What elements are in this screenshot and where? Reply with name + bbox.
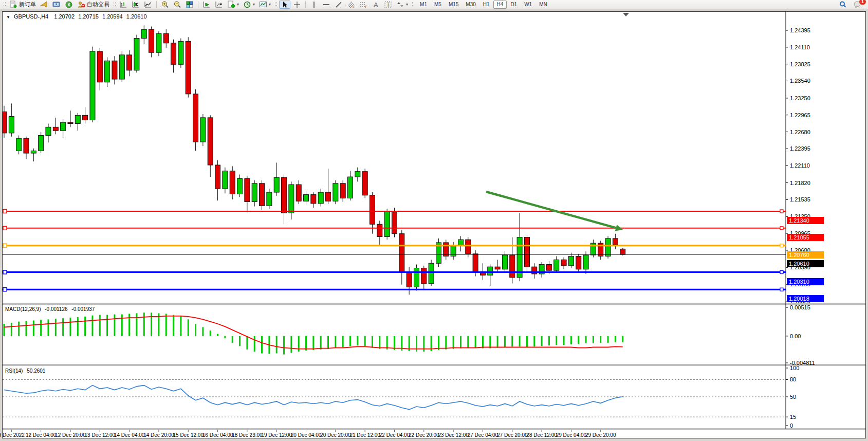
timeframe-M5[interactable]: M5 — [431, 1, 445, 9]
hline-handle[interactable] — [780, 288, 783, 291]
candle-bull — [75, 115, 80, 123]
svg-text:1.22965: 1.22965 — [790, 112, 810, 118]
new-order-button[interactable]: 新订单 — [8, 1, 38, 9]
timeframe-M30[interactable]: M30 — [462, 1, 479, 9]
timeframe-MN[interactable]: MN — [535, 1, 551, 9]
chart-title: ▼ GBPUSD-,H4 1.20702 1.20715 1.20594 1.2… — [6, 13, 147, 20]
zoom-in-button[interactable] — [159, 1, 171, 9]
candle-bull — [178, 41, 183, 64]
hline-handle[interactable] — [780, 271, 783, 274]
svg-text:1.23540: 1.23540 — [790, 78, 810, 84]
svg-text:1.23250: 1.23250 — [790, 95, 810, 101]
chat-button[interactable]: 1 — [852, 1, 863, 9]
candle-bear — [215, 165, 220, 189]
rsi-axis[interactable]: 1008050150 — [786, 365, 799, 429]
timeframe-D1[interactable]: D1 — [507, 1, 521, 9]
line-chart-icon — [144, 1, 152, 9]
text-tool-button[interactable]: A — [370, 1, 381, 9]
timeframe-M1[interactable]: M1 — [416, 1, 431, 9]
timeframe-H4[interactable]: H4 — [493, 1, 507, 9]
trendline-tool-button[interactable] — [333, 1, 344, 9]
svg-text:29 Dec 20:00: 29 Dec 20:00 — [585, 432, 616, 438]
autotrading-label: 自动交易 — [87, 1, 109, 8]
svg-text:A: A — [374, 1, 378, 9]
time-axis[interactable]: 9 Dec 202212 Dec 04:0012 Dec 20:0013 Dec… — [0, 430, 616, 438]
chart-shift-marker[interactable] — [623, 13, 629, 16]
symbol-dropdown-icon[interactable]: ▼ — [6, 15, 10, 20]
candle-bull — [119, 55, 124, 79]
terminal-button[interactable] — [51, 1, 62, 9]
toolbar-grip[interactable] — [412, 2, 414, 8]
candle-bear — [68, 122, 73, 123]
rsi-time-splitter[interactable] — [3, 429, 865, 430]
candle-bull — [429, 263, 434, 283]
horizontal-line-tool-button[interactable] — [321, 1, 332, 9]
hline-price-tag: 1.21340 — [787, 217, 824, 224]
bar-chart-button[interactable] — [118, 1, 129, 9]
svg-text:27 Dec 20:00: 27 Dec 20:00 — [497, 432, 528, 438]
hline-handle[interactable] — [3, 244, 7, 247]
macd-rsi-splitter[interactable] — [3, 364, 865, 365]
candlestick-button[interactable] — [130, 1, 141, 9]
hline-1.20018[interactable] — [3, 288, 786, 291]
candle-bull — [568, 256, 574, 265]
candle-bear — [112, 61, 117, 79]
candle-bull — [488, 267, 493, 275]
add-indicator-icon — [227, 1, 235, 9]
hline-price-tag: 1.20018 — [787, 295, 824, 302]
candle-bear — [444, 243, 449, 256]
rsi-name: RSI(14) — [5, 368, 23, 374]
crosshair-tool-button[interactable] — [291, 1, 303, 9]
rsi-line — [4, 385, 623, 410]
hline-handle[interactable] — [3, 288, 7, 291]
text-label-tool-button[interactable]: T — [382, 1, 394, 9]
candle-bull — [9, 117, 14, 133]
candle-bear — [620, 249, 625, 254]
candle-bull — [156, 33, 161, 52]
candle-bear — [370, 195, 375, 224]
hline-handle[interactable] — [3, 209, 7, 213]
line-chart-button[interactable] — [142, 1, 154, 9]
hline-1.20760[interactable] — [3, 244, 786, 247]
new-order-label: 新订单 — [19, 1, 36, 8]
fibonacci-tool-button[interactable]: F — [358, 1, 369, 9]
templates-button[interactable]: ▾ — [257, 1, 272, 9]
vertical-line-tool-button[interactable] — [308, 1, 320, 9]
equidistant-channel-tool-button[interactable]: E — [345, 1, 357, 9]
candle-bear — [186, 41, 191, 94]
candle-bull — [384, 212, 390, 236]
hline-handle[interactable] — [3, 226, 7, 230]
svg-text:13 Dec 12:00: 13 Dec 12:00 — [85, 432, 116, 438]
search-button[interactable] — [837, 1, 848, 9]
add-indicator-button[interactable]: ▾ — [226, 1, 241, 9]
horn-button[interactable] — [39, 1, 50, 9]
signal-button[interactable] — [63, 1, 75, 9]
hline-handle[interactable] — [3, 270, 7, 274]
hline-handle[interactable] — [780, 244, 783, 247]
svg-text:20 Dec 04:00: 20 Dec 04:00 — [291, 432, 322, 438]
tile-windows-button[interactable] — [184, 1, 195, 9]
svg-text:29 Dec 04:00: 29 Dec 04:00 — [556, 432, 587, 438]
hline-1.20310[interactable] — [3, 270, 786, 274]
toolbar-grip[interactable] — [3, 2, 6, 8]
timeframe-W1[interactable]: W1 — [521, 1, 535, 9]
candle-bull — [414, 268, 419, 287]
timeframe-H1[interactable]: H1 — [479, 1, 493, 9]
periods-button[interactable]: ▾ — [242, 1, 256, 9]
timeframe-M15[interactable]: M15 — [445, 1, 462, 9]
toolbar-grip[interactable] — [274, 2, 277, 8]
arrows-tool-button[interactable]: ▾ — [395, 1, 410, 9]
strategy-tester-button[interactable] — [213, 1, 225, 9]
hline-handle[interactable] — [780, 227, 783, 230]
zoom-out-button[interactable] — [172, 1, 183, 9]
toolbar-grip[interactable] — [113, 2, 116, 8]
hline-handle[interactable] — [780, 210, 783, 213]
chart-canvas[interactable]: 1.243951.241101.238251.235401.232501.229… — [0, 9, 868, 441]
macd-axis[interactable]: 0.005150.00-0.004811 — [786, 304, 815, 366]
candle-bear — [24, 138, 29, 153]
autotrading-button[interactable]: 自动交易 — [76, 1, 111, 9]
cursor-tool-button[interactable] — [279, 1, 290, 9]
main-macd-splitter[interactable] — [3, 303, 865, 304]
data-window-button[interactable] — [201, 1, 212, 9]
macd-value-signal: -0.001937 — [71, 306, 95, 312]
